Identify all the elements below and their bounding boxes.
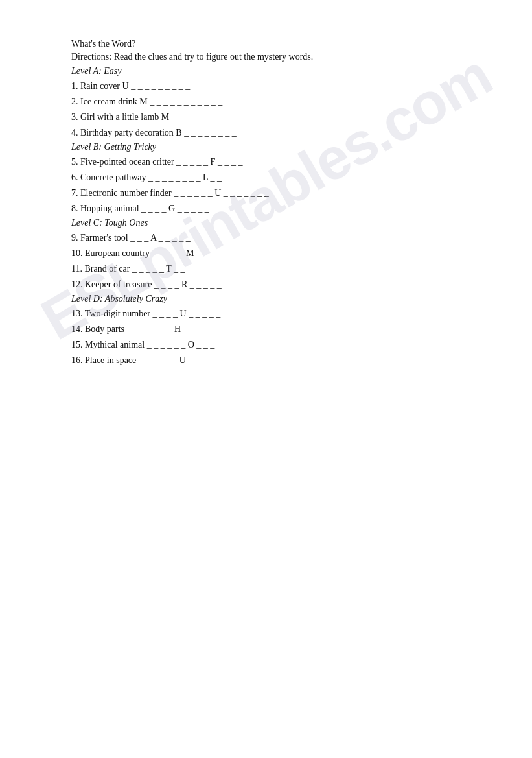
clue-2-3: 12. Keeper of treasure _ _ _ _ R _ _ _ _… — [71, 278, 480, 291]
clue-3-3: 16. Place in space _ _ _ _ _ _ U _ _ _ — [71, 353, 480, 367]
clue-0-0: 1. Rain cover U _ _ _ _ _ _ _ _ _ — [71, 79, 480, 93]
levels-container: Level A: Easy1. Rain cover U _ _ _ _ _ _… — [71, 66, 480, 367]
clue-1-1: 6. Concrete pathway _ _ _ _ _ _ _ _ L _ … — [71, 171, 480, 184]
clue-3-0: 13. Two-digit number _ _ _ _ U _ _ _ _ _ — [71, 307, 480, 320]
clue-2-1: 10. European country _ _ _ _ _ M _ _ _ _ — [71, 246, 480, 260]
page: ESLprintables.com What's the Word? Direc… — [0, 0, 532, 408]
clue-2-0: 9. Farmer's tool _ _ _ A _ _ _ _ _ — [71, 231, 480, 244]
clue-0-3: 4. Birthday party decoration B _ _ _ _ _… — [71, 126, 480, 139]
clue-3-2: 15. Mythical animal _ _ _ _ _ _ O _ _ _ — [71, 338, 480, 351]
level-header-0: Level A: Easy — [71, 66, 480, 77]
level-header-2: Level C: Tough Ones — [71, 218, 480, 228]
clue-0-2: 3. Girl with a little lamb M _ _ _ _ — [71, 110, 480, 124]
clue-3-1: 14. Body parts _ _ _ _ _ _ _ H _ _ — [71, 322, 480, 336]
clue-1-2: 7. Electronic number finder _ _ _ _ _ _ … — [71, 186, 480, 200]
clue-2-2: 11. Brand of car _ _ _ _ _ T _ _ — [71, 262, 480, 276]
directions-text: Directions: Read the clues and try to fi… — [71, 52, 480, 62]
clue-1-3: 8. Hopping animal _ _ _ _ G _ _ _ _ _ — [71, 202, 480, 215]
clue-1-0: 5. Five-pointed ocean critter _ _ _ _ _ … — [71, 155, 480, 169]
level-header-3: Level D: Absolutely Crazy — [71, 294, 480, 304]
level-header-1: Level B: Getting Tricky — [71, 142, 480, 152]
clue-0-1: 2. Ice cream drink M _ _ _ _ _ _ _ _ _ _… — [71, 95, 480, 108]
page-title: What's the Word? — [71, 39, 480, 49]
